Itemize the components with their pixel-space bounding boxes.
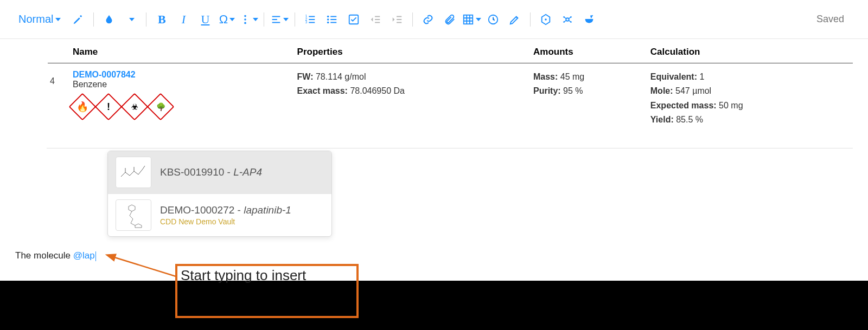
col-properties: Properties <box>295 39 531 63</box>
separator <box>412 12 413 27</box>
svg-point-0 <box>244 15 246 17</box>
outdent-button[interactable] <box>366 10 385 29</box>
table-row: 4 DEMO-0007842 Benzene 🔥 ! ☣ 🌳 FW: 78.11… <box>48 63 853 132</box>
table-bottom-border <box>47 148 853 148</box>
yield-val: 85.5 % <box>676 115 703 124</box>
indent-button[interactable] <box>387 10 407 29</box>
underline-button[interactable]: U <box>195 10 215 29</box>
table-button[interactable] <box>462 10 481 29</box>
paragraph-style-dropdown[interactable]: Normal <box>13 11 66 28</box>
emass-key: Expected mass: <box>650 101 717 110</box>
pen-tool-button[interactable] <box>505 10 525 29</box>
mortar-icon[interactable] <box>579 10 599 29</box>
em-val: 78.046950 Da <box>350 86 405 95</box>
svg-rect-10 <box>464 15 473 24</box>
compound-name: Benzene <box>73 80 293 89</box>
chevron-down-icon <box>229 18 235 21</box>
reagent-table-area: Name Properties Amounts Calculation 4 DE… <box>0 39 868 132</box>
hazard-flammable-icon: 🔥 <box>71 95 94 119</box>
svg-point-7 <box>327 18 329 21</box>
ink-drop-icon[interactable] <box>99 10 119 29</box>
purity-val: 95 % <box>563 86 583 95</box>
editor-toolbar: Normal B I U Ω 123 <box>0 0 868 39</box>
svg-point-12 <box>545 18 547 21</box>
col-calculation: Calculation <box>648 39 853 63</box>
yield-key: Yield: <box>650 115 674 124</box>
col-name: Name <box>71 39 295 63</box>
purity-key: Purity: <box>533 86 561 95</box>
highlighter-icon[interactable] <box>68 10 88 29</box>
svg-point-6 <box>327 15 329 17</box>
chevron-down-icon <box>283 18 289 21</box>
chevron-down-icon <box>55 18 61 21</box>
reagent-table: Name Properties Amounts Calculation 4 DE… <box>48 39 853 132</box>
attachment-button[interactable] <box>440 10 459 29</box>
separator <box>146 12 146 27</box>
svg-point-2 <box>244 22 246 24</box>
align-dropdown[interactable] <box>270 10 289 29</box>
hazard-health-icon: ☣ <box>123 95 146 119</box>
checklist-button[interactable] <box>344 10 363 29</box>
fw-key: FW: <box>297 72 314 81</box>
fw-val: 78.114 g/mol <box>316 72 366 81</box>
hexagon-icon[interactable] <box>536 10 556 29</box>
svg-point-8 <box>327 21 329 23</box>
mole-key: Mole: <box>650 86 673 95</box>
structure-icon[interactable] <box>558 10 577 29</box>
ink-dropdown[interactable] <box>121 10 141 29</box>
hazard-irritant-icon: ! <box>97 95 120 119</box>
chevron-down-icon <box>253 18 258 21</box>
ordered-list-button[interactable]: 123 <box>301 10 320 29</box>
row-index: 4 <box>50 70 68 86</box>
mass-key: Mass: <box>533 72 558 81</box>
col-amounts: Amounts <box>531 39 648 63</box>
separator <box>264 12 264 27</box>
paragraph-style-label: Normal <box>18 13 53 25</box>
symbol-button[interactable]: Ω <box>217 10 237 29</box>
svg-point-13 <box>566 18 570 21</box>
save-status: Saved <box>816 14 855 25</box>
chevron-down-icon <box>476 18 481 21</box>
eq-val: 1 <box>699 72 704 81</box>
separator <box>93 12 94 27</box>
more-format-dropdown[interactable] <box>239 10 258 29</box>
italic-button[interactable]: I <box>174 10 193 29</box>
eq-key: Equivalent: <box>650 72 697 81</box>
chevron-down-icon <box>129 18 135 21</box>
link-button[interactable] <box>418 10 438 29</box>
separator <box>295 12 295 27</box>
hazard-environment-icon: 🌳 <box>149 95 173 119</box>
timestamp-button[interactable] <box>483 10 503 29</box>
mass-val: 45 mg <box>560 72 584 81</box>
mole-val: 547 µmol <box>675 86 711 95</box>
em-key: Exact mass: <box>297 86 348 95</box>
separator <box>530 12 531 27</box>
bold-button[interactable]: B <box>152 10 171 29</box>
svg-point-1 <box>244 18 246 21</box>
hazard-icons: 🔥 ! ☣ 🌳 <box>71 95 293 119</box>
emass-val: 50 mg <box>719 101 743 110</box>
compound-id-link[interactable]: DEMO-0007842 <box>73 70 293 80</box>
unordered-list-button[interactable] <box>322 10 342 29</box>
svg-text:3: 3 <box>305 20 308 24</box>
